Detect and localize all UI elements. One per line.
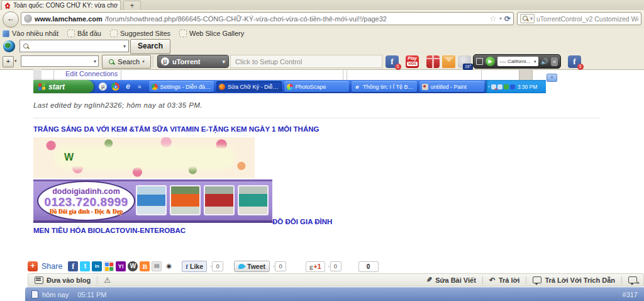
toolbar-separator <box>153 55 154 67</box>
action-separator <box>97 276 97 284</box>
search-placeholder: uTorrentControl_v2 Customized Web Search <box>536 15 638 23</box>
ad-photo <box>170 185 201 215</box>
weather-icon[interactable]: 19° <box>458 55 471 68</box>
action-separator <box>526 276 526 284</box>
screenshot-line <box>347 69 347 80</box>
toolbar-combobox[interactable]: ▾ <box>21 55 99 67</box>
search-history-caret-icon[interactable]: ▾ <box>123 43 126 49</box>
post-document-icon <box>31 290 38 298</box>
browser-window: Toàn quốc: CỔNG CHỮ KÝ: vừa chơi vừa có … <box>0 0 644 301</box>
banner-text-pill: W <box>57 149 233 166</box>
google-plusone-button[interactable]: g +1 <box>306 261 325 272</box>
setup-control-field[interactable]: Click to Setup Control <box>230 55 382 68</box>
add-caret-icon[interactable]: ▾ <box>14 59 17 64</box>
speaker-icon[interactable]: 🔊 <box>541 58 548 65</box>
media-player-widget[interactable]: ▶ ---- Californi... ▾ 🔊 « <box>473 54 561 69</box>
reload-icon[interactable]: ⟳ <box>504 14 511 23</box>
blog-icon <box>35 276 43 284</box>
taskbar-task: PhotoScape <box>284 81 349 92</box>
firefox-icon <box>219 84 225 90</box>
browser-tab[interactable]: Toàn quốc: CỔNG CHỮ KÝ: vừa chơi vừa có … <box>1 0 121 10</box>
facebook-icon[interactable]: f 1 <box>568 55 581 68</box>
signature-link-kem[interactable]: TRẮNG SÁNG DA VỚI KEM &TẮM SỮA VITAMIN E… <box>33 125 319 133</box>
tray-clock: 3:30 PM <box>518 84 538 90</box>
email-share-icon[interactable]: ✉ <box>152 261 162 271</box>
url-bar[interactable]: www.lamchame.com /forum/showthread.php/8… <box>21 12 514 25</box>
signature-link-dodoi[interactable]: ĐỒ ĐÔI GIA ĐÌNH <box>272 218 332 225</box>
taskbar-task-active: Sửa Chữ Ký - Diễn đà... <box>216 81 281 92</box>
action-separator <box>621 276 622 284</box>
url-host: www.lamchame.com <box>35 15 103 23</box>
ie-quicklaunch-icon: e <box>124 82 132 91</box>
screenshot-line <box>481 69 482 80</box>
plusone-counter: ‹ 0 <box>328 261 341 271</box>
mail-icon[interactable] <box>442 55 455 68</box>
signature-link-men-tieu-hoa[interactable]: MEN TIÊU HÓA BIOLACTOVIN-ENTEROBAC <box>33 227 186 234</box>
ad-photo <box>238 185 269 215</box>
ie-icon: e <box>354 84 360 90</box>
blog-this-button[interactable]: Đưa vào blog <box>35 276 91 284</box>
most-visited-icon <box>3 30 9 37</box>
search-icon <box>522 15 529 22</box>
xp-taskbar-screenshot: start µ e » Settings - Diễn đàn L... Sửa… <box>33 80 546 93</box>
more-share-icon[interactable]: ✳ <box>164 261 174 271</box>
multi-quote-button[interactable]: + <box>628 276 637 283</box>
placeholder-icon <box>110 30 118 37</box>
wordpress-share-icon[interactable]: W <box>128 261 138 271</box>
update-icon <box>504 84 509 89</box>
ad-oval: dodoigiadinh.com 0123.720.8999 Đồ Đôi gi… <box>37 181 135 221</box>
post-number-link[interactable]: #317 <box>623 291 638 298</box>
tweet-button[interactable]: Tweet <box>234 261 270 272</box>
signature-banner-floral[interactable]: W <box>33 137 255 178</box>
yahoo-share-icon[interactable]: Y! <box>116 261 126 271</box>
report-post-button[interactable]: ⚠ <box>104 276 111 285</box>
edit-post-button[interactable]: ✎ Sửa Bài Viết <box>426 276 476 284</box>
utorrent-quicklaunch-icon: µ <box>99 82 107 91</box>
play-button[interactable]: ▶ <box>486 57 495 66</box>
utorrent-menu-button[interactable]: µ uTorrent ▾ <box>157 55 229 68</box>
bookmark-getting-started[interactable]: Bắt đầu <box>67 30 101 37</box>
new-tab-button[interactable]: + <box>123 1 141 11</box>
site-identity-icon <box>24 14 32 23</box>
bookmark-suggested-sites[interactable]: Suggested Sites <box>110 30 170 37</box>
search-engine-selector[interactable]: ▾ <box>520 14 535 23</box>
facebook-like-button[interactable]: f Like <box>182 261 207 272</box>
taskbar-task: Settings - Diễn đàn L... <box>149 81 214 92</box>
facebook-icon[interactable]: f 1 <box>386 55 399 68</box>
search-box[interactable]: ▾ uTorrentControl_v2 Customized Web Sear… <box>517 12 641 25</box>
screenshot-scroll-arrow: ˅ <box>547 74 557 82</box>
station-select[interactable]: ---- Californi... ▾ <box>497 57 538 66</box>
url-dropdown-icon[interactable]: ▾ <box>499 16 502 21</box>
google-share-icon[interactable] <box>104 261 114 271</box>
bookmark-most-visited[interactable]: Vào nhiều nhất <box>3 30 58 37</box>
share-row: + Share f t in Y! W B ✉ ✳ f Like ‹ 0 Twe… <box>28 260 631 273</box>
reply-button[interactable]: ↶ Trả lời <box>489 276 520 285</box>
popout-icon[interactable] <box>476 58 483 65</box>
search-engine-caret-icon: ▾ <box>530 16 533 21</box>
screenshot-line <box>121 69 121 80</box>
facebook-share-icon[interactable]: f <box>68 261 78 271</box>
add-button[interactable]: + <box>3 56 14 67</box>
collapse-button[interactable]: « <box>551 57 558 66</box>
toolbar-search-input[interactable]: ▾ <box>19 40 129 52</box>
toolbar-search-button[interactable]: Search ▾ <box>102 55 151 69</box>
windows-flag-icon <box>38 83 45 91</box>
screenshot-line <box>343 69 343 80</box>
back-button[interactable]: ← <box>3 11 19 28</box>
utorrent-toolbar: + ▾ ▾ Search ▾ µ uTorrent ▾ Click to Set… <box>0 54 644 70</box>
quicklaunch-overflow-icon: » <box>136 83 143 90</box>
gift-icon[interactable] <box>426 55 440 68</box>
addthis-icon[interactable]: + <box>28 261 38 271</box>
playvids-icon[interactable]: Play VIDS <box>406 55 419 68</box>
linkedin-share-icon[interactable]: in <box>92 261 102 271</box>
start-button: start <box>33 80 94 93</box>
bookmark-star-icon[interactable]: ☆ <box>489 14 497 23</box>
signature-banner-dodoigiadinh[interactable]: dodoigiadinh.com 0123.720.8999 Đồ Đôi gi… <box>33 179 272 223</box>
search-button[interactable]: Search <box>130 39 170 54</box>
twitter-share-icon[interactable]: t <box>80 261 90 271</box>
blogger-share-icon[interactable]: B <box>140 261 150 271</box>
chrome-quicklaunch-icon <box>111 82 119 91</box>
share-link[interactable]: Share <box>42 262 62 271</box>
reply-with-quote-button[interactable]: Trả Lời Với Trích Dẫn <box>533 276 615 284</box>
bookmark-web-slice-gallery[interactable]: Web Slice Gallery <box>179 30 244 37</box>
